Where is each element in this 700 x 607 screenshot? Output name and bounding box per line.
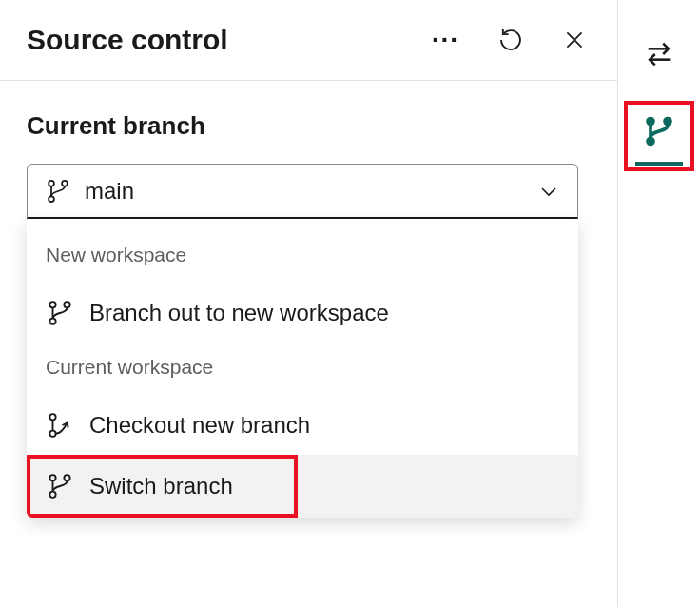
panel-header: Source control ··· [0,0,617,81]
current-branch-heading: Current branch [27,111,591,141]
menu-item-label: Checkout new branch [89,412,310,439]
svg-point-12 [64,475,69,480]
svg-point-6 [49,319,55,324]
right-rail [618,0,700,607]
svg-point-7 [64,302,69,307]
branch-selector[interactable]: main [27,164,578,219]
refresh-icon [497,27,524,53]
rail-source-control-button[interactable] [642,114,676,148]
highlight-switch-branch: Switch branch [27,455,298,518]
close-button[interactable] [558,24,591,56]
menu-group-current-workspace: Current workspace [27,343,578,396]
swap-icon [643,38,675,70]
svg-point-3 [49,196,54,202]
chevron-down-icon [537,180,560,203]
svg-point-5 [49,302,55,307]
branch-checkout-icon [46,411,74,440]
source-control-icon [642,114,676,148]
refresh-button[interactable] [494,23,528,57]
menu-item-label: Branch out to new workspace [89,300,389,326]
header-actions: ··· [428,23,591,57]
menu-item-switch-row: Switch branch [27,455,578,518]
branch-out-icon [46,299,74,327]
svg-point-8 [49,414,55,420]
menu-group-new-workspace: New workspace [27,230,578,284]
rail-swap-button[interactable] [626,21,692,88]
panel-content: Current branch main New workspace [0,81,617,548]
more-icon: ··· [432,27,459,53]
rail-source-control-highlight [624,101,694,171]
svg-point-15 [663,117,672,127]
menu-item-checkout[interactable]: Checkout new branch [27,396,578,455]
svg-point-9 [49,431,55,437]
menu-item-label: Switch branch [89,473,233,499]
branch-dropdown-menu: New workspace Branch out to new workspac… [27,219,578,518]
svg-point-10 [49,475,55,480]
svg-point-14 [646,137,655,147]
svg-point-2 [49,180,54,186]
menu-item-switch[interactable]: Switch branch [30,459,294,514]
branch-icon [45,178,71,205]
branch-switch-icon [46,472,74,500]
menu-item-branch-out[interactable]: Branch out to new workspace [27,284,578,343]
svg-point-4 [62,180,68,186]
source-control-panel: Source control ··· Current branch [0,0,618,607]
rail-active-indicator [635,162,683,166]
svg-point-11 [49,492,55,498]
svg-point-13 [646,117,655,127]
more-button[interactable]: ··· [428,23,463,57]
selected-branch-name: main [85,178,524,205]
panel-title: Source control [27,24,428,56]
close-icon [562,28,587,52]
